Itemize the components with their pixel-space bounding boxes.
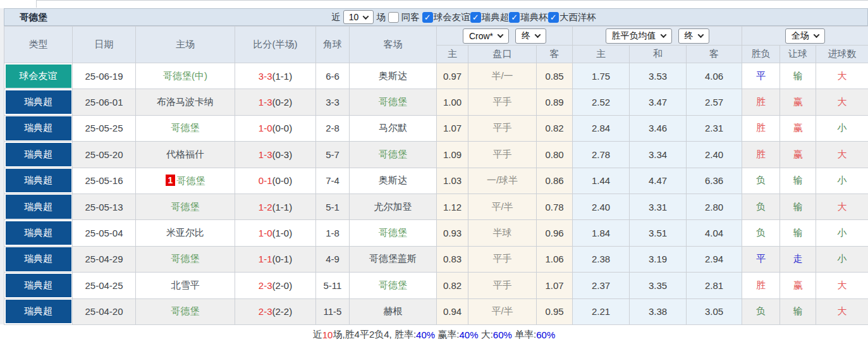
summary-odd-rate: 60% — [536, 329, 555, 340]
match-type-badge: 瑞典超 — [4, 298, 73, 324]
corners-cell: 1-8 — [316, 220, 350, 246]
avg-odds-home: 2.52 — [573, 89, 630, 115]
result-wdl: 胜 — [742, 273, 780, 298]
match-date: 25-05-25 — [73, 115, 136, 141]
home-team-link[interactable]: 米亚尔比 — [166, 227, 204, 238]
scope-select[interactable]: 全场 — [785, 28, 825, 44]
corners-cell: 2-8 — [316, 115, 350, 141]
home-team-link[interactable]: 哥德堡 — [171, 305, 200, 316]
summary-seg4: 单率: — [512, 329, 536, 341]
bookmaker-select[interactable]: Crow* — [463, 28, 509, 44]
recent-label: 近 — [331, 11, 341, 23]
odds-away: 1.07 — [537, 273, 573, 298]
scope-select-group: 全场 — [742, 27, 868, 46]
avg-odds-away: 2.31 — [687, 115, 742, 141]
chevron-down-icon — [660, 32, 666, 38]
home-team-link[interactable]: 哥德堡(中) — [163, 70, 207, 81]
away-team-link[interactable]: 奥斯达 — [379, 70, 407, 81]
same-away-checkbox[interactable] — [388, 12, 399, 23]
odds-away: 0.89 — [537, 89, 573, 115]
home-team-link[interactable]: 哥德堡 — [171, 122, 200, 133]
average-odds-select-group: 胜平负均值 终 — [573, 27, 742, 46]
league-checkbox[interactable] — [509, 12, 520, 23]
average-time-select[interactable]: 终 — [678, 28, 709, 44]
chevron-down-icon — [697, 32, 704, 38]
away-team-cell: 尤尔加登 — [350, 194, 437, 219]
col-header-date: 日期 — [73, 27, 136, 63]
filter-controls: 近 10 场 同客 球会友谊 瑞典超 瑞典杯 大西洋杯 — [329, 10, 596, 24]
summary-prefix: 近 — [313, 329, 322, 341]
avg-odds-home: 1.75 — [573, 63, 630, 89]
recent-count-select[interactable]: 10 — [343, 10, 374, 24]
match-date: 25-05-20 — [73, 142, 136, 168]
home-team-link[interactable]: 哥德堡 — [171, 253, 200, 264]
away-team-link[interactable]: 哥德堡 — [379, 227, 407, 238]
odds-away: 0.85 — [537, 63, 573, 89]
corners-cell: 5-1 — [316, 194, 350, 219]
home-team-cell: 哥德堡(中) — [136, 63, 235, 89]
result-goals: 大 — [816, 194, 868, 219]
match-date: 25-05-04 — [73, 220, 136, 246]
result-goals: 小 — [816, 246, 868, 272]
corners-cell: 11-5 — [316, 298, 350, 324]
full-time-score: 1-0 — [259, 228, 272, 238]
away-team-link[interactable]: 哥德堡盖斯 — [369, 253, 417, 264]
away-team-link[interactable]: 马尔默 — [379, 122, 407, 133]
score-cell: 1-1(0-1) — [235, 246, 316, 272]
league-checkbox[interactable] — [548, 12, 559, 23]
full-time-score: 3-3 — [259, 71, 272, 82]
away-team-link[interactable]: 奥斯达 — [379, 175, 407, 185]
match-date: 25-04-20 — [73, 298, 136, 324]
home-team-link[interactable]: 北雪平 — [171, 280, 200, 290]
odds-handicap-line: 平手 — [468, 246, 537, 272]
avg-odds-home: 2.78 — [573, 142, 630, 168]
chevron-down-icon — [498, 32, 504, 38]
odds-away: 0.80 — [537, 142, 573, 168]
odds-away: 1.06 — [537, 246, 573, 272]
odds-home: 0.97 — [437, 63, 468, 89]
home-team-link[interactable]: 哥德堡 — [171, 201, 200, 212]
odds-handicap-line: 平手 — [468, 273, 537, 298]
home-team-cell: 代格福什 — [136, 142, 235, 168]
league-filter-item: 瑞典超 — [470, 11, 510, 23]
league-checkbox[interactable] — [422, 12, 433, 23]
half-time-score: (0-0) — [272, 175, 293, 186]
odds-home: 1.00 — [437, 89, 468, 115]
score-cell: 1-3(0-3) — [235, 142, 316, 168]
subcol-avg-draw: 和 — [630, 46, 687, 63]
bookmaker-time-value: 终 — [522, 30, 530, 42]
corners-cell: 3-3 — [316, 89, 350, 115]
average-odds-select[interactable]: 胜平负均值 — [606, 28, 672, 44]
odds-handicap-line: 平/半 — [468, 298, 537, 324]
score-cell: 2-3(2-0) — [235, 273, 316, 298]
match-type-badge: 瑞典超 — [4, 168, 73, 194]
result-goals: 小 — [816, 168, 868, 194]
subcol-handicap: 盘口 — [468, 46, 537, 63]
summary-record: 场,胜4平2负4, 胜率: — [333, 329, 416, 341]
half-time-score: (2-2) — [272, 306, 293, 317]
half-time-score: (0-0) — [272, 123, 293, 133]
away-team-link[interactable]: 哥德堡 — [379, 149, 407, 159]
chevron-down-icon — [535, 32, 541, 38]
away-team-link[interactable]: 哥德堡 — [379, 96, 407, 107]
full-time-score: 1-1 — [259, 254, 272, 264]
table-row: 瑞典超 25-05-13 哥德堡 1-2(1-1) 5-1 尤尔加登 1.12 … — [4, 194, 868, 219]
filter-bar: 哥德堡 近 10 场 同客 球会友谊 瑞典超 瑞典杯 大西洋杯 — [4, 8, 868, 26]
home-team-link[interactable]: 代格福什 — [166, 149, 204, 159]
away-team-link[interactable]: 尤尔加登 — [374, 201, 412, 212]
bookmaker-time-select[interactable]: 终 — [515, 28, 546, 44]
result-wdl: 负 — [742, 168, 780, 194]
home-team-link[interactable]: 布洛马波卡纳 — [157, 96, 214, 107]
odds-home: 0.94 — [437, 298, 468, 324]
matches-table: 类型 日期 主场 比分(半场) 角球 客场 Crow* 终 — [4, 26, 868, 325]
odds-away: 0.96 — [537, 220, 573, 246]
corners-cell: 4-9 — [316, 246, 350, 272]
red-card-badge: 1 — [166, 175, 176, 186]
corners-cell: 5-11 — [316, 273, 350, 298]
away-team-link[interactable]: 赫根 — [384, 305, 403, 316]
summary-big-rate: 60% — [493, 329, 512, 340]
away-team-link[interactable]: 哥德堡 — [379, 280, 407, 290]
league-checkbox[interactable] — [470, 12, 481, 23]
home-team-link[interactable]: 哥德堡 — [176, 175, 205, 186]
result-handicap: 输 — [780, 298, 816, 324]
